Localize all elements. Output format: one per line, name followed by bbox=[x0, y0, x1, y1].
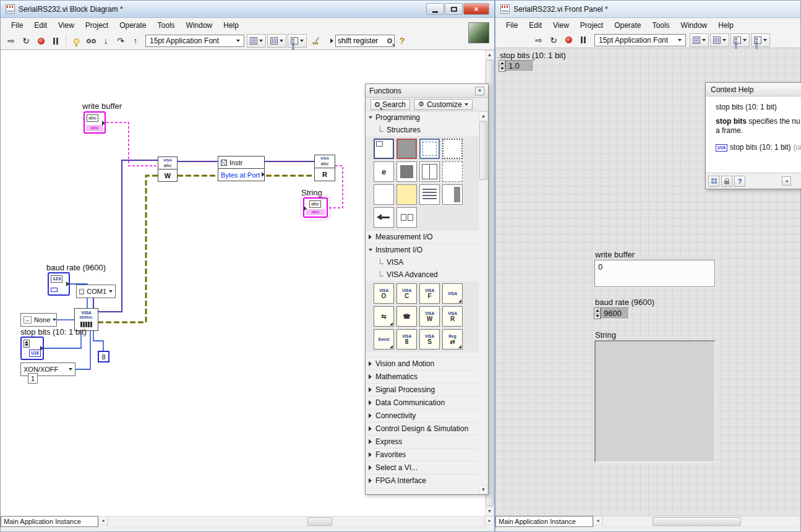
scroll-thumb[interactable] bbox=[653, 517, 741, 526]
category-select-a-vi[interactable]: Select a VI... bbox=[366, 461, 479, 474]
abort-button[interactable] bbox=[561, 33, 576, 47]
distribute-objects-button[interactable] bbox=[267, 34, 286, 48]
scroll-up-icon[interactable]: ▲ bbox=[479, 111, 488, 121]
constant-8[interactable]: 8 bbox=[98, 351, 109, 363]
font-selector[interactable]: 15pt Application Font bbox=[594, 34, 686, 46]
spin-buttons[interactable] bbox=[499, 60, 505, 72]
scroll-right-icon[interactable]: ▸ bbox=[485, 516, 494, 525]
category-express[interactable]: Express bbox=[366, 435, 479, 448]
fp-menu-help[interactable]: Help bbox=[713, 20, 739, 31]
align-objects-button[interactable] bbox=[247, 34, 266, 48]
stop-bits-terminal[interactable]: U16 bbox=[20, 337, 44, 360]
visa-write-node[interactable]: VISAabc W bbox=[158, 157, 178, 182]
palette-scrollbar[interactable]: ▲ ▼ bbox=[479, 111, 488, 494]
search-options-arrow[interactable] bbox=[330, 38, 333, 43]
abort-button[interactable] bbox=[33, 34, 48, 48]
lock-help-button[interactable] bbox=[721, 176, 732, 187]
distribute-objects-button[interactable] bbox=[710, 33, 729, 47]
bd-menu-help[interactable]: Help bbox=[218, 20, 244, 31]
step-out-button[interactable]: ↑ bbox=[128, 34, 143, 48]
run-button[interactable]: ⇨ bbox=[4, 34, 19, 48]
category-control-design[interactable]: Control Design & Simulation bbox=[366, 422, 479, 435]
baud-rate-control[interactable]: 9600 bbox=[594, 307, 629, 319]
align-objects-button[interactable] bbox=[690, 33, 709, 47]
spin-up-icon[interactable] bbox=[594, 308, 600, 314]
scroll-thumb[interactable] bbox=[479, 121, 487, 180]
palette-icon-visa-status[interactable]: VISAS bbox=[419, 329, 440, 350]
spin-down-icon[interactable] bbox=[594, 314, 600, 319]
structure-icon-diagram-disable[interactable] bbox=[442, 161, 463, 182]
reorder-objects-button[interactable] bbox=[288, 34, 307, 48]
context-help-button[interactable]: ? bbox=[395, 34, 409, 48]
app-instance-selector[interactable]: Main Application Instance bbox=[1, 516, 98, 527]
palette-icon-visa-serial[interactable]: ☎ bbox=[396, 306, 417, 327]
structure-icon-inplace[interactable] bbox=[442, 184, 463, 205]
baud-rate-terminal[interactable]: 123 bbox=[48, 272, 70, 296]
structure-icon-free-label[interactable] bbox=[396, 184, 417, 205]
context-help-titlebar[interactable]: Context Help bbox=[706, 83, 801, 97]
structure-icon-feedback-node[interactable] bbox=[374, 207, 394, 228]
fp-menu-operate[interactable]: Operate bbox=[609, 20, 646, 31]
category-vision[interactable]: Vision and Motion bbox=[366, 357, 479, 370]
reorder-objects-button[interactable] bbox=[751, 33, 770, 47]
string-label[interactable]: String bbox=[301, 188, 322, 197]
search-input[interactable] bbox=[338, 36, 386, 45]
category-favorites[interactable]: Favorites bbox=[366, 448, 479, 461]
highlight-execution-button[interactable] bbox=[69, 34, 84, 48]
write-buffer-label[interactable]: write buffer bbox=[82, 101, 122, 111]
category-connectivity[interactable]: Connectivity bbox=[366, 409, 479, 422]
category-visa-advanced[interactable]: VISA Advanced bbox=[366, 268, 479, 281]
fp-menu-edit[interactable]: Edit bbox=[523, 20, 547, 31]
category-fpga-interface[interactable]: FPGA Interface bbox=[366, 474, 479, 487]
bd-menu-edit[interactable]: Edit bbox=[28, 20, 53, 31]
scroll-thumb[interactable] bbox=[307, 517, 332, 526]
category-mathematics[interactable]: Mathematics bbox=[366, 370, 479, 383]
constant-1[interactable]: 1 bbox=[28, 373, 38, 384]
flow-control-none-constant[interactable]: ↔ None bbox=[20, 313, 57, 327]
vi-icon-large[interactable] bbox=[468, 22, 489, 43]
fp-horizontal-scrollbar[interactable]: ◂ bbox=[593, 516, 800, 527]
structure-icon-stacked-sequence[interactable] bbox=[396, 139, 417, 159]
close-icon[interactable]: × bbox=[475, 87, 484, 95]
stop-bits-control[interactable]: 1.0 bbox=[499, 60, 534, 72]
run-continuous-button[interactable]: ↻ bbox=[546, 33, 561, 47]
show-optional-terminals-button[interactable] bbox=[708, 176, 719, 187]
com-port-constant[interactable]: COM1 bbox=[76, 285, 116, 298]
bd-menu-window[interactable]: Window bbox=[181, 20, 218, 31]
visa-read-node[interactable]: VISAabc R bbox=[314, 155, 335, 181]
category-programming[interactable]: Programming bbox=[366, 111, 479, 124]
bd-menu-project[interactable]: Project bbox=[80, 20, 114, 31]
spin-up-icon[interactable] bbox=[499, 61, 505, 66]
stop-bits-label[interactable]: stop bits (10: 1 bit) bbox=[20, 327, 87, 337]
scroll-track[interactable] bbox=[108, 516, 485, 527]
write-buffer-terminal[interactable]: abc abc bbox=[84, 111, 106, 134]
baud-rate-label[interactable]: baud rate (9600) bbox=[46, 263, 106, 272]
bd-menu-operate[interactable]: Operate bbox=[114, 20, 152, 31]
run-continuous-button[interactable]: ↻ bbox=[19, 34, 33, 48]
run-button[interactable]: ⇨ bbox=[531, 33, 546, 47]
structure-icon-conditional-disable[interactable] bbox=[374, 184, 394, 205]
string-label[interactable]: String bbox=[595, 330, 616, 340]
write-buffer-label[interactable]: write buffer bbox=[595, 250, 635, 259]
structure-icon-event[interactable] bbox=[396, 161, 417, 182]
structure-icon-mathscript[interactable] bbox=[419, 184, 440, 205]
palette-icon-visa-event[interactable]: Event bbox=[374, 329, 394, 350]
scroll-track[interactable] bbox=[602, 516, 800, 527]
step-into-button[interactable]: ↓ bbox=[98, 34, 113, 48]
palette-icon-visa-write[interactable]: VISAW bbox=[419, 306, 440, 327]
stop-bits-value[interactable]: 1.0 bbox=[505, 60, 534, 72]
fp-menu-project[interactable]: Project bbox=[575, 20, 609, 31]
pause-button[interactable] bbox=[48, 34, 63, 48]
palette-icon-visa-register[interactable]: Reg⇄ bbox=[442, 329, 463, 350]
palette-icon-visa-read[interactable]: VISAR bbox=[442, 306, 463, 327]
minimize-button[interactable] bbox=[426, 3, 444, 15]
fp-menu-tools[interactable]: Tools bbox=[647, 20, 675, 31]
structure-icon-formula-node[interactable]: e bbox=[374, 161, 394, 182]
resize-objects-button[interactable] bbox=[730, 33, 750, 47]
fp-menu-view[interactable]: View bbox=[547, 20, 575, 31]
bd-titlebar[interactable]: SerialRS232.vi Block Diagram * × bbox=[1, 1, 494, 18]
bd-menu-file[interactable]: File bbox=[6, 20, 28, 31]
step-over-button[interactable]: ↷ bbox=[113, 34, 128, 48]
category-instrument-io[interactable]: Instrument I/O bbox=[366, 243, 479, 256]
spin-buttons[interactable] bbox=[594, 307, 601, 319]
